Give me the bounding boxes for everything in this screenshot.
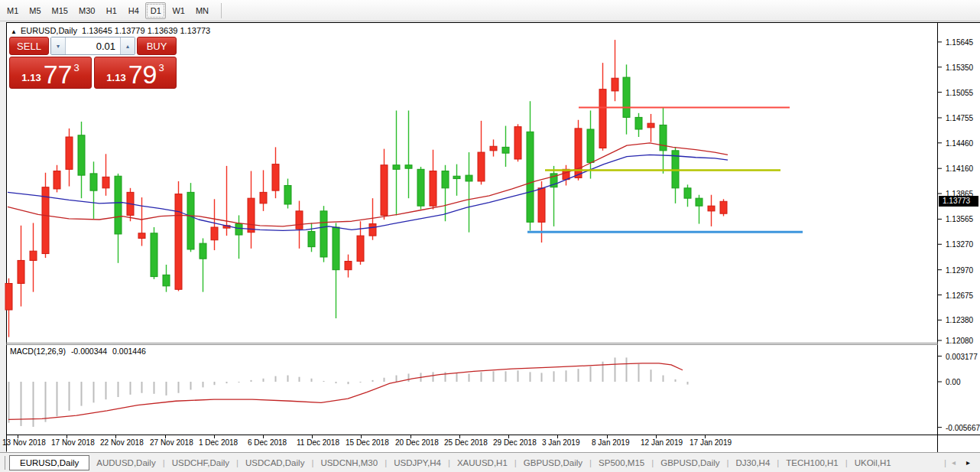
candle-body: [527, 132, 534, 222]
date-axis-label: 25 Dec 2018: [444, 438, 488, 447]
timeframe-button-w1[interactable]: W1: [167, 2, 190, 19]
chart-tab-gbpusd-7[interactable]: GBPUSD,Daily: [517, 456, 589, 470]
timeframe-button-mn[interactable]: MN: [191, 2, 213, 19]
macd-axis-label: 0.00: [946, 378, 960, 386]
current-price-badge: 1.13773: [939, 196, 978, 207]
candle-body: [54, 171, 60, 189]
macd-indicator-label: MACD(12,26,9) -0.000344 0.001446: [10, 347, 149, 356]
chart-ohlc: 1.13645 1.13779 1.13639 1.13773: [82, 26, 210, 35]
candle-body: [90, 174, 97, 190]
volume-stepper: ▾ ▴: [50, 37, 135, 55]
chart-tab-usdchf-2[interactable]: USDCHF,Daily: [165, 456, 236, 470]
date-axis-label: 22 Nov 2018: [100, 438, 144, 447]
collapse-triangle-icon[interactable]: ▲: [11, 28, 17, 35]
date-axis-label: 17 Jan 2019: [690, 438, 732, 447]
toolbar-separator: [221, 3, 222, 18]
candle-body: [284, 185, 291, 203]
timeframe-button-m5[interactable]: M5: [24, 2, 45, 19]
chart-tab-audusd-1[interactable]: AUDUSD,Daily: [89, 456, 162, 470]
candle-body: [538, 188, 545, 223]
date-axis-label: 12 Jan 2019: [641, 438, 683, 447]
chart-tab-bar: EURUSD,DailyAUDUSD,Daily|USDCHF,Daily|US…: [0, 452, 980, 472]
candle-body: [345, 262, 352, 270]
tab-bar-grip: [0, 456, 5, 470]
candle-body: [720, 201, 727, 213]
date-axis-label: 27 Nov 2018: [150, 438, 193, 447]
price-axis-label: 1.13565: [946, 215, 973, 223]
volume-input[interactable]: [66, 37, 120, 54]
chart-tab-usdjpy-5[interactable]: USDJPY,H4: [387, 456, 448, 470]
chart-tab-xauusd-6[interactable]: XAUUSD,H1: [450, 456, 514, 470]
macd-name: MACD(12,26,9): [10, 347, 66, 356]
price-axis-label: 1.14460: [946, 138, 973, 147]
date-axis-label: 20 Dec 2018: [395, 438, 439, 447]
timeframe-button-h1[interactable]: H1: [101, 2, 122, 19]
candle-body: [430, 171, 436, 207]
candle-body: [587, 129, 594, 162]
tab-scroll-left-icon[interactable]: ◂: [946, 457, 961, 468]
timeframe-button-d1[interactable]: D1: [145, 2, 166, 19]
price-axis-label: 1.15055: [946, 88, 973, 96]
candle-body: [502, 147, 509, 153]
chart-tab-eurusd-0[interactable]: EURUSD,Daily: [9, 455, 89, 470]
price-axis-label: 1.12675: [946, 291, 973, 299]
sell-button[interactable]: SELL: [9, 37, 49, 55]
candle-body: [478, 152, 485, 181]
chart-tab-usdcnh-4[interactable]: USDCNH,M30: [313, 456, 385, 470]
chart-tab-sp500-8[interactable]: SP500,M15: [592, 456, 651, 470]
candle-body: [235, 224, 242, 235]
candle-body: [599, 90, 606, 148]
chart-tab-ukoil-12[interactable]: UKOil,H1: [848, 456, 898, 470]
sell-price-fraction: 3: [73, 62, 79, 73]
timeframe-button-m1[interactable]: M1: [2, 2, 23, 19]
tab-scroll-right-icon[interactable]: ▸: [961, 457, 975, 468]
chart-tab-tech100-11[interactable]: TECH100,H1: [779, 456, 845, 470]
sell-price-pips: 77: [44, 63, 73, 86]
candle-body: [369, 224, 376, 236]
chart-symbol: EURUSD,Daily: [21, 26, 77, 35]
candle-body: [684, 188, 691, 198]
candle-body: [248, 198, 255, 233]
candle-body: [490, 146, 497, 151]
chart-tab-dj30-10[interactable]: DJ30,H4: [729, 456, 777, 470]
candle-body: [308, 232, 315, 247]
mt4-window: M1M5M15M30H1H4D1W1MN ▲EURUSD,Daily 1.136…: [0, 0, 980, 472]
chevron-down-icon: ▾: [57, 43, 60, 50]
chart-tab-usdcad-3[interactable]: USDCAD,Daily: [239, 456, 311, 470]
volume-down-button[interactable]: ▾: [51, 37, 66, 54]
candle-body: [187, 192, 194, 249]
date-axis-label: 13 Nov 2018: [2, 438, 46, 447]
candle-body: [5, 283, 12, 310]
timeframe-button-m30[interactable]: M30: [74, 2, 99, 19]
candle-body: [151, 233, 157, 277]
volume-up-button[interactable]: ▴: [120, 37, 135, 54]
candle-body: [18, 260, 24, 283]
macd-axis-label: 0.003177: [946, 352, 978, 360]
candle-body: [66, 137, 73, 169]
candle-body: [357, 236, 364, 261]
candle-body: [272, 164, 279, 191]
chart-window[interactable]: ▲EURUSD,Daily 1.13645 1.13779 1.13639 1.…: [0, 21, 980, 452]
buy-price-fraction: 3: [158, 62, 164, 73]
candle-body: [163, 275, 170, 285]
candle-body: [442, 171, 449, 188]
price-axis-label: 1.14160: [946, 164, 973, 173]
timeframe-toolbar: M1M5M15M30H1H4D1W1MN: [0, 0, 980, 21]
candle-body: [635, 117, 642, 129]
chart-tab-gbpusd-9[interactable]: GBPUSD,Daily: [654, 456, 726, 470]
date-axis-label: 29 Dec 2018: [493, 438, 537, 447]
buy-price-base: 1.13: [106, 72, 125, 83]
candle-body: [612, 78, 618, 91]
candle-body: [296, 211, 303, 229]
timeframe-button-h4[interactable]: H4: [123, 2, 144, 19]
buy-price-panel[interactable]: 1.13 79 3: [94, 57, 177, 89]
candle-body: [405, 165, 412, 168]
buy-button[interactable]: BUY: [137, 37, 177, 55]
buy-price-pips: 79: [128, 63, 157, 86]
timeframe-button-m15[interactable]: M15: [47, 2, 73, 19]
sell-price-panel[interactable]: 1.13 77 3: [9, 57, 92, 89]
date-axis-label: 1 Dec 2018: [199, 438, 238, 447]
date-axis-label: 8 Jan 2019: [592, 438, 630, 447]
candle-body: [138, 233, 145, 239]
candle-body: [175, 194, 182, 290]
